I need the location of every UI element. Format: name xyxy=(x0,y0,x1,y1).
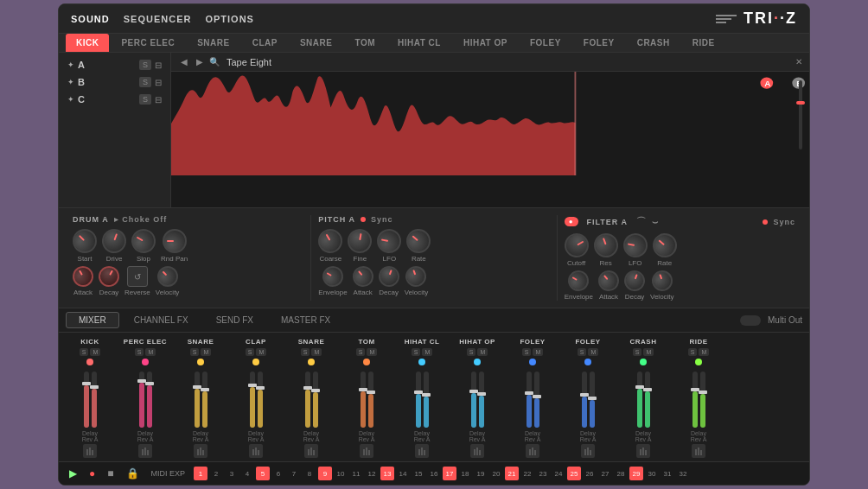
velocity-filter-knob[interactable] xyxy=(648,268,675,295)
filter-lp-icon[interactable]: ⌒ xyxy=(636,215,647,228)
solo-btn[interactable]: S xyxy=(412,348,421,356)
nav-sequencer[interactable]: SEQUENCER xyxy=(124,14,192,24)
solo-btn[interactable]: S xyxy=(633,348,642,356)
seq-num-13[interactable]: 13 xyxy=(380,467,394,480)
velocity-pitch-knob[interactable] xyxy=(403,264,430,290)
seq-num-17[interactable]: 17 xyxy=(443,467,456,480)
solo-btn[interactable]: S xyxy=(246,348,255,356)
layer-b-s-btn[interactable]: S xyxy=(139,77,151,87)
tab-perc-elec[interactable]: PERC ELEC xyxy=(111,34,185,52)
seq-num-9[interactable]: 9 xyxy=(318,467,332,480)
seq-num-26[interactable]: 26 xyxy=(583,467,597,480)
fader-left[interactable] xyxy=(471,372,476,428)
attack-pitch-knob[interactable] xyxy=(348,262,378,291)
decay-pitch-knob[interactable] xyxy=(375,264,402,290)
mute-btn[interactable]: M xyxy=(477,348,488,356)
filter-hp-icon[interactable]: ⌣ xyxy=(652,216,659,227)
fader-right[interactable] xyxy=(258,372,263,428)
tab-foley[interactable]: FOLEY xyxy=(520,34,571,52)
fader-left[interactable] xyxy=(527,372,532,428)
seq-num-24[interactable]: 24 xyxy=(552,467,565,480)
channel-eq-icon[interactable] xyxy=(194,444,207,458)
seq-num-12[interactable]: 12 xyxy=(365,467,379,480)
rate-pitch-knob[interactable] xyxy=(402,224,436,257)
tab-clap[interactable]: CLAP xyxy=(242,34,288,52)
mute-btn[interactable]: M xyxy=(699,348,709,356)
rate-filter-knob[interactable] xyxy=(648,228,681,262)
seq-num-4[interactable]: 4 xyxy=(240,467,254,480)
solo-btn[interactable]: S xyxy=(356,348,366,356)
mute-btn[interactable]: M xyxy=(201,348,211,356)
fader-right[interactable] xyxy=(368,372,373,428)
channel-dot[interactable] xyxy=(584,359,591,365)
nav-sound[interactable]: SOUND xyxy=(71,14,110,24)
channel-eq-icon[interactable] xyxy=(581,444,595,458)
tab-foley2[interactable]: FOLEY xyxy=(573,34,625,52)
fader-right[interactable] xyxy=(534,372,539,428)
tab-kick[interactable]: KICK xyxy=(66,34,109,52)
start-knob[interactable] xyxy=(67,224,102,258)
filter-toggle[interactable]: ● xyxy=(565,217,578,226)
fader-right[interactable] xyxy=(479,372,484,428)
fader-left[interactable] xyxy=(195,372,200,428)
seq-num-2[interactable]: 2 xyxy=(209,467,223,480)
channel-eq-icon[interactable] xyxy=(360,444,373,458)
fader-left[interactable] xyxy=(305,372,310,428)
mute-btn[interactable]: M xyxy=(643,348,654,356)
seq-num-31[interactable]: 31 xyxy=(661,467,674,480)
seq-num-27[interactable]: 27 xyxy=(598,467,612,480)
channel-dot[interactable] xyxy=(363,359,370,365)
cutoff-knob[interactable] xyxy=(560,229,593,262)
channel-dot[interactable] xyxy=(142,359,149,365)
seq-num-6[interactable]: 6 xyxy=(271,467,285,480)
channel-eq-icon[interactable] xyxy=(304,444,318,458)
fader-right[interactable] xyxy=(645,372,650,428)
drive-knob[interactable] xyxy=(99,225,130,257)
fader-right[interactable] xyxy=(590,372,595,428)
channel-eq-icon[interactable] xyxy=(470,444,484,458)
solo-btn[interactable]: S xyxy=(80,348,89,356)
seq-num-18[interactable]: 18 xyxy=(458,467,472,480)
channel-dot[interactable] xyxy=(308,359,315,365)
channel-eq-icon[interactable] xyxy=(692,444,705,458)
fader-left[interactable] xyxy=(361,372,366,428)
waveform-prev-btn[interactable]: ◀ xyxy=(178,56,190,67)
res-knob[interactable] xyxy=(590,230,622,261)
seq-num-23[interactable]: 23 xyxy=(536,467,550,480)
solo-btn[interactable]: S xyxy=(688,348,698,356)
mixer-tab-master-fx[interactable]: MASTER FX xyxy=(268,312,343,328)
mixer-tab-mixer[interactable]: MIXER xyxy=(66,312,119,328)
seq-num-20[interactable]: 20 xyxy=(489,467,503,480)
lock-btn[interactable]: 🔒 xyxy=(123,466,143,481)
channel-dot[interactable] xyxy=(86,359,93,365)
mute-btn[interactable]: M xyxy=(422,348,432,356)
zoom-thumb[interactable] xyxy=(796,101,805,105)
nav-options[interactable]: OPTIONS xyxy=(205,14,254,24)
lfo-pitch-knob[interactable] xyxy=(375,227,403,255)
tab-hihat-cl[interactable]: HIHAT CL xyxy=(387,34,451,52)
solo-btn[interactable]: S xyxy=(190,348,200,356)
attack-knob[interactable] xyxy=(69,263,98,291)
velocity-drum-knob[interactable] xyxy=(153,262,182,291)
seq-num-32[interactable]: 32 xyxy=(676,467,690,480)
mixer-tab-send-fx[interactable]: SEND FX xyxy=(203,312,266,328)
seq-num-14[interactable]: 14 xyxy=(396,467,410,480)
seq-num-19[interactable]: 19 xyxy=(474,467,488,480)
solo-btn[interactable]: S xyxy=(301,348,310,356)
seq-num-11[interactable]: 11 xyxy=(349,467,363,480)
fader-left[interactable] xyxy=(637,372,642,428)
seq-num-3[interactable]: 3 xyxy=(225,467,239,480)
waveform-zoom-slider[interactable] xyxy=(799,80,802,158)
layer-a-link-icon[interactable]: ⊟ xyxy=(155,60,162,70)
fader-right[interactable] xyxy=(92,372,97,428)
stop-btn[interactable]: ■ xyxy=(104,466,117,481)
envelope-pitch-knob[interactable] xyxy=(319,263,348,291)
slop-knob[interactable] xyxy=(127,225,160,257)
layer-c-link-icon[interactable]: ⊟ xyxy=(155,95,162,105)
channel-dot[interactable] xyxy=(474,359,481,365)
fader-right[interactable] xyxy=(313,372,318,428)
hamburger-icon[interactable] xyxy=(716,14,737,24)
mute-btn[interactable]: M xyxy=(533,348,543,356)
seq-num-8[interactable]: 8 xyxy=(303,467,316,480)
mute-btn[interactable]: M xyxy=(256,348,266,356)
